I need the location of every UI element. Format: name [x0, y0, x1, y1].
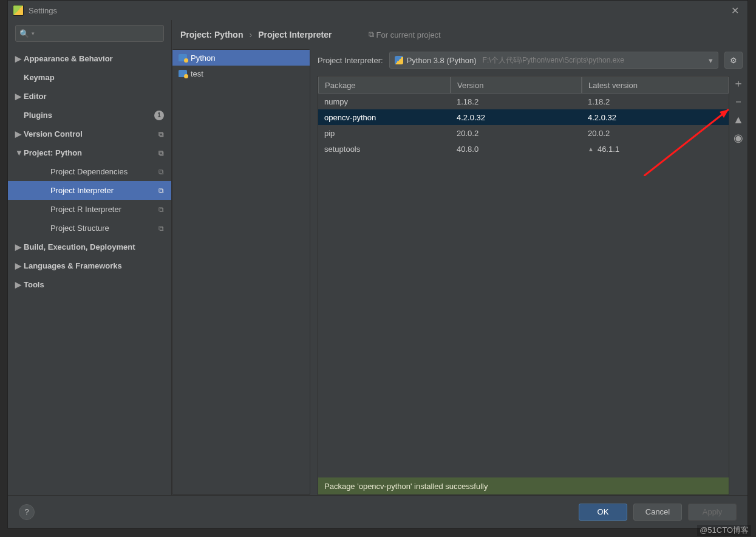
expand-icon: ▶ — [15, 242, 24, 251]
table-row[interactable]: setuptools40.8.0▲46.1.1 — [318, 141, 729, 157]
table-header: Package Version Latest version — [318, 77, 729, 94]
cancel-button[interactable]: Cancel — [633, 504, 682, 521]
cell-package: pip — [318, 129, 451, 138]
show-early-releases-button[interactable]: ◉ — [734, 132, 743, 144]
scope-hint: ⧉ For current project — [369, 30, 441, 39]
table-row[interactable]: numpy1.18.21.18.2 — [318, 94, 729, 109]
table-row[interactable]: opencv-python4.2.0.324.2.0.32 — [318, 109, 729, 125]
sidebar-item-label: Project Structure — [50, 224, 158, 233]
project-item-label: Python — [191, 53, 215, 63]
search-icon: 🔍 — [19, 29, 29, 38]
sidebar-item-appearance-behavior[interactable]: ▶Appearance & Behavior — [8, 49, 171, 68]
sidebar-item-label: Build, Execution, Deployment — [24, 242, 164, 251]
sidebar-item-label: Plugins — [24, 111, 154, 120]
package-tools: ＋ － ▲ ◉ — [729, 76, 747, 495]
sidebar-item-version-control[interactable]: ▶Version Control⧉ — [8, 125, 171, 143]
breadcrumb: Project: Python › Project Interpreter ⧉ … — [172, 20, 747, 49]
sidebar-item-editor[interactable]: ▶Editor — [8, 87, 171, 106]
project-tree: Pythontest — [172, 49, 310, 495]
apply-button[interactable]: Apply — [688, 504, 737, 521]
expand-icon: ▶ — [15, 92, 24, 101]
sidebar-item-label: Tools — [24, 280, 164, 289]
search-input[interactable]: 🔍 ▾ — [15, 25, 164, 42]
table-body: numpy1.18.21.18.2opencv-python4.2.0.324.… — [318, 94, 729, 477]
chevron-down-icon: ▾ — [709, 56, 713, 65]
sidebar-item-build-execution-deployment[interactable]: ▶Build, Execution, Deployment — [8, 238, 171, 256]
titlebar: Settings ✕ — [8, 1, 747, 20]
interpreter-name: Python 3.8 (Python) — [407, 56, 477, 65]
cell-latest: ▲46.1.1 — [582, 145, 729, 154]
cell-latest: 1.18.2 — [582, 97, 729, 106]
sidebar-item-project-python[interactable]: ▼Project: Python⧉ — [8, 143, 171, 162]
settings-dialog: Settings ✕ 🔍 ▾ ▶Appearance & BehaviorKey… — [7, 0, 748, 528]
remove-package-button[interactable]: － — [733, 95, 744, 108]
sidebar-item-project-dependencies[interactable]: Project Dependencies⧉ — [8, 162, 171, 181]
content-panel: Project: Python › Project Interpreter ⧉ … — [172, 20, 747, 495]
sidebar-item-label: Project Dependencies — [50, 167, 158, 176]
sidebar-item-tools[interactable]: ▶Tools — [8, 275, 171, 294]
window-title: Settings — [29, 6, 57, 15]
help-button[interactable]: ? — [19, 504, 35, 520]
settings-sidebar: 🔍 ▾ ▶Appearance & BehaviorKeymap▶EditorP… — [8, 20, 172, 495]
copy-icon: ⧉ — [158, 224, 164, 233]
sidebar-item-label: Project: Python — [24, 148, 158, 157]
dialog-footer: ? OK Cancel Apply — [8, 495, 747, 528]
sidebar-item-label: Editor — [24, 92, 164, 101]
project-item-test[interactable]: test — [172, 66, 310, 81]
cell-package: setuptools — [318, 145, 451, 154]
sidebar-item-label: Languages & Frameworks — [24, 261, 164, 270]
cell-package: numpy — [318, 97, 451, 106]
expand-icon: ▼ — [15, 148, 24, 157]
chevron-down-icon: ▾ — [32, 30, 35, 36]
copy-icon: ⧉ — [158, 168, 164, 176]
ok-button[interactable]: OK — [579, 504, 627, 521]
cell-package: opencv-python — [318, 113, 451, 122]
breadcrumb-root[interactable]: Project: Python — [180, 30, 243, 39]
upgrade-package-button[interactable]: ▲ — [733, 114, 744, 126]
watermark: @51CTO博客 — [697, 525, 751, 536]
project-item-label: test — [191, 69, 203, 78]
cell-latest: 4.2.0.32 — [582, 113, 729, 122]
gear-icon: ⚙ — [730, 56, 737, 65]
cell-version: 4.2.0.32 — [451, 113, 582, 122]
sidebar-item-label: Project Interpreter — [50, 186, 158, 195]
interpreter-label: Project Interpreter: — [318, 56, 383, 65]
sidebar-item-project-interpreter[interactable]: Project Interpreter⧉ — [8, 181, 171, 200]
col-version[interactable]: Version — [451, 77, 582, 94]
project-item-python[interactable]: Python — [172, 50, 310, 66]
update-badge: 1 — [154, 111, 164, 120]
cell-latest: 20.0.2 — [582, 129, 729, 138]
folder-icon — [179, 54, 187, 61]
sidebar-item-project-structure[interactable]: Project Structure⧉ — [8, 219, 171, 238]
sidebar-item-keymap[interactable]: Keymap — [8, 68, 171, 87]
python-icon — [395, 56, 403, 64]
interpreter-dropdown[interactable]: Python 3.8 (Python) F:\个人代码\Python\venv\… — [389, 52, 718, 69]
sidebar-item-label: Project R Interpreter — [50, 205, 158, 214]
interpreter-path: F:\个人代码\Python\venv\Scripts\python.exe — [483, 55, 624, 66]
cell-version: 20.0.2 — [451, 129, 582, 138]
interpreter-panel: Project Interpreter: Python 3.8 (Python)… — [318, 49, 747, 495]
cell-version: 1.18.2 — [451, 97, 582, 106]
expand-icon: ▶ — [15, 261, 24, 270]
sidebar-item-plugins[interactable]: Plugins1 — [8, 106, 171, 125]
copy-icon: ⧉ — [158, 149, 164, 157]
col-package[interactable]: Package — [318, 77, 451, 94]
col-latest[interactable]: Latest version — [582, 77, 729, 94]
cell-version: 40.8.0 — [451, 145, 582, 154]
close-icon[interactable]: ✕ — [727, 4, 743, 18]
app-icon — [13, 5, 24, 16]
expand-icon: ▶ — [15, 129, 24, 139]
status-bar: Package 'opencv-python' installed succes… — [318, 477, 729, 494]
sidebar-item-project-r-interpreter[interactable]: Project R Interpreter⧉ — [8, 200, 171, 219]
copy-icon: ⧉ — [158, 205, 164, 214]
copy-icon: ⧉ — [158, 130, 164, 139]
breadcrumb-leaf: Project Interpreter — [258, 30, 332, 39]
settings-tree: ▶Appearance & BehaviorKeymap▶EditorPlugi… — [8, 47, 171, 495]
sidebar-item-languages-frameworks[interactable]: ▶Languages & Frameworks — [8, 256, 171, 275]
add-package-button[interactable]: ＋ — [733, 77, 744, 89]
packages-table: Package Version Latest version numpy1.18… — [318, 76, 729, 495]
expand-icon: ▶ — [15, 280, 24, 289]
interpreter-settings-button[interactable]: ⚙ — [724, 52, 743, 69]
table-row[interactable]: pip20.0.220.0.2 — [318, 125, 729, 141]
folder-icon — [179, 70, 187, 77]
